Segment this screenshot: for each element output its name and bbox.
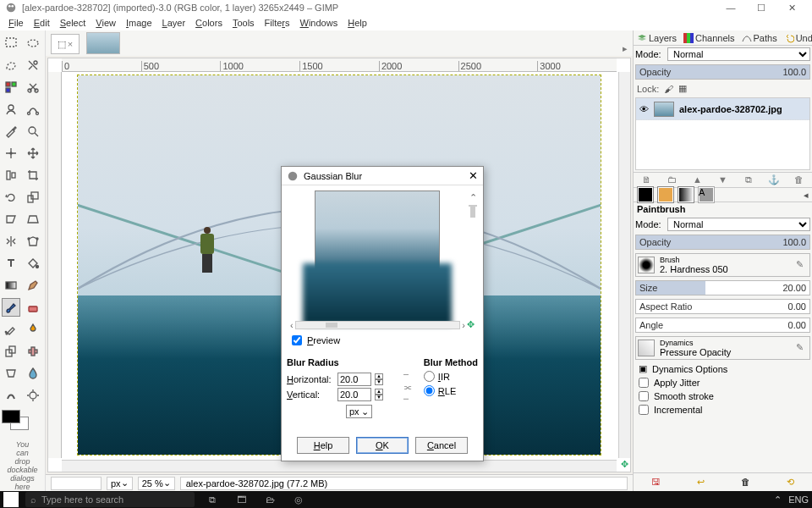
tool-fuzzy-select[interactable] bbox=[24, 56, 42, 75]
tool-free-select[interactable] bbox=[2, 56, 20, 75]
ok-button[interactable]: OK bbox=[356, 437, 409, 454]
tool-cage[interactable] bbox=[24, 232, 42, 251]
tool-foreground-select[interactable] bbox=[2, 100, 20, 119]
move-icon[interactable]: ✥ bbox=[467, 319, 475, 330]
layer-list[interactable]: 👁 alex-pardoe-328702.jpg bbox=[635, 97, 810, 170]
taskbar-gimp[interactable]: ◎ bbox=[288, 492, 310, 507]
brush-swatch-4[interactable]: A bbox=[698, 186, 715, 203]
tool-shear[interactable] bbox=[2, 210, 20, 229]
delete-options-icon[interactable]: 🗑 bbox=[741, 477, 750, 488]
reset-options-icon[interactable]: ⟲ bbox=[787, 477, 794, 488]
tool-rotate[interactable] bbox=[2, 188, 20, 207]
tool-eraser[interactable] bbox=[24, 298, 42, 317]
scrollbar-horizontal[interactable] bbox=[62, 460, 617, 472]
menu-view[interactable]: View bbox=[91, 16, 121, 30]
tool-dodge[interactable] bbox=[24, 386, 42, 405]
dynamics-picker[interactable]: DynamicsPressure Opacity✎ bbox=[635, 336, 810, 360]
h-spinner[interactable]: ▲▼ bbox=[375, 373, 383, 385]
tool-smudge[interactable] bbox=[2, 386, 20, 405]
tool-color-select[interactable] bbox=[2, 78, 20, 97]
tool-move[interactable] bbox=[24, 144, 42, 163]
image-tab-empty[interactable]: ⬚× bbox=[51, 34, 80, 54]
chain-icon[interactable]: ⎺⫘⎽ bbox=[403, 373, 412, 401]
tool-ellipse-select[interactable] bbox=[24, 34, 42, 52]
task-view-icon[interactable]: ⧉ bbox=[201, 492, 223, 507]
brush-opacity-slider[interactable]: Opacity100.0 bbox=[635, 235, 810, 250]
tool-rect-select[interactable] bbox=[2, 34, 20, 52]
layer-opacity-slider[interactable]: Opacity100.0 bbox=[635, 64, 810, 80]
tab-paths[interactable]: Paths bbox=[738, 31, 781, 45]
brush-dock-menu-icon[interactable]: ◂ bbox=[800, 190, 812, 201]
preview-scroll-v[interactable]: ⌃⌄ bbox=[468, 190, 478, 221]
close-icon[interactable]: × bbox=[68, 39, 73, 49]
brush-picker[interactable]: Brush2. Hardness 050✎ bbox=[635, 253, 810, 277]
tool-align[interactable] bbox=[2, 166, 20, 185]
statusbar-unit[interactable]: px ⌄ bbox=[107, 477, 133, 490]
window-close-button[interactable]: ✕ bbox=[776, 0, 807, 15]
taskbar-search[interactable]: ⌕Type here to search bbox=[25, 492, 195, 507]
tool-bucket-fill[interactable] bbox=[24, 254, 42, 273]
menu-file[interactable]: FFileile bbox=[3, 16, 29, 30]
menu-select[interactable]: Select bbox=[55, 16, 91, 30]
navigate-icon[interactable]: ✥ bbox=[621, 459, 628, 470]
delete-layer-icon[interactable]: 🗑 bbox=[792, 174, 807, 185]
v-spinner[interactable]: ▲▼ bbox=[375, 389, 383, 400]
ruler-vertical[interactable] bbox=[48, 72, 62, 458]
menu-windows[interactable]: Windows bbox=[295, 16, 343, 30]
tool-flip[interactable] bbox=[2, 232, 20, 251]
brush-swatch-2[interactable] bbox=[657, 186, 674, 203]
eye-icon[interactable]: 👁 bbox=[639, 104, 649, 114]
dialog-close-button[interactable]: ✕ bbox=[469, 169, 478, 182]
menu-help[interactable]: Help bbox=[343, 16, 372, 30]
smooth-stroke-checkbox[interactable]: Smooth stroke bbox=[634, 389, 812, 403]
tool-color-picker[interactable] bbox=[2, 122, 20, 141]
layer-item[interactable]: 👁 alex-pardoe-328702.jpg bbox=[636, 98, 809, 120]
tool-pencil[interactable] bbox=[24, 276, 42, 295]
layer-mode-select[interactable]: Normal bbox=[667, 47, 810, 61]
brush-ar-slider[interactable]: Aspect Ratio0.00 bbox=[635, 299, 810, 314]
lock-pixels-icon[interactable]: 🖌 bbox=[664, 84, 673, 94]
tool-measure[interactable] bbox=[2, 144, 20, 163]
taskbar-app-1[interactable]: 🗔 bbox=[230, 492, 252, 507]
tool-scale[interactable] bbox=[24, 188, 42, 207]
apply-jitter-checkbox[interactable]: Apply Jitter bbox=[634, 376, 812, 389]
tabbar-menu-icon[interactable]: ▸ bbox=[623, 43, 628, 54]
menu-tools[interactable]: Tools bbox=[228, 16, 260, 30]
menu-edit[interactable]: Edit bbox=[29, 16, 55, 30]
window-maximize-button[interactable]: ☐ bbox=[746, 0, 776, 15]
window-minimize-button[interactable]: — bbox=[716, 0, 746, 15]
edit-dynamics-icon[interactable]: ✎ bbox=[796, 342, 808, 354]
brush-swatch-1[interactable] bbox=[637, 186, 654, 203]
unit-select[interactable]: px⌄ bbox=[346, 405, 372, 418]
taskbar-app-2[interactable]: 🗁 bbox=[259, 492, 281, 507]
iir-radio[interactable]: IIR bbox=[424, 371, 478, 382]
save-options-icon[interactable]: 🖫 bbox=[651, 477, 661, 488]
system-tray[interactable]: ⌃ENG bbox=[774, 494, 809, 505]
anchor-layer-icon[interactable]: ⚓ bbox=[766, 174, 782, 185]
fg-color[interactable] bbox=[2, 410, 20, 423]
tool-ink[interactable] bbox=[24, 320, 42, 339]
tool-blur[interactable] bbox=[24, 364, 42, 383]
tool-scissors[interactable] bbox=[24, 78, 42, 97]
help-button[interactable]: Help bbox=[297, 437, 349, 454]
tool-airbrush[interactable] bbox=[2, 320, 20, 339]
menu-layer[interactable]: Layer bbox=[157, 16, 191, 30]
brush-angle-slider[interactable]: Angle0.00 bbox=[635, 318, 810, 333]
tool-crop[interactable] bbox=[24, 166, 42, 185]
brush-size-slider[interactable]: Size20.00 bbox=[635, 280, 810, 295]
dynamics-options-expander[interactable]: ▣Dynamics Options bbox=[634, 362, 812, 376]
incremental-checkbox[interactable]: Incremental bbox=[634, 403, 812, 417]
tab-channels[interactable]: Channels bbox=[680, 31, 738, 45]
edit-brush-icon[interactable]: ✎ bbox=[796, 259, 808, 271]
tab-layers[interactable]: Layers bbox=[634, 31, 680, 45]
tab-undo[interactable]: Undo bbox=[781, 31, 812, 45]
cancel-button[interactable]: Cancel bbox=[415, 437, 468, 454]
color-swatches[interactable] bbox=[2, 410, 32, 435]
tool-blend[interactable] bbox=[2, 276, 20, 295]
tool-paths[interactable] bbox=[24, 100, 42, 119]
restore-options-icon[interactable]: ↩ bbox=[697, 477, 705, 488]
tool-zoom[interactable] bbox=[24, 122, 42, 141]
brush-mode-select[interactable]: Normal bbox=[667, 218, 810, 231]
tool-heal[interactable] bbox=[24, 342, 42, 361]
tool-clone[interactable] bbox=[2, 342, 20, 361]
